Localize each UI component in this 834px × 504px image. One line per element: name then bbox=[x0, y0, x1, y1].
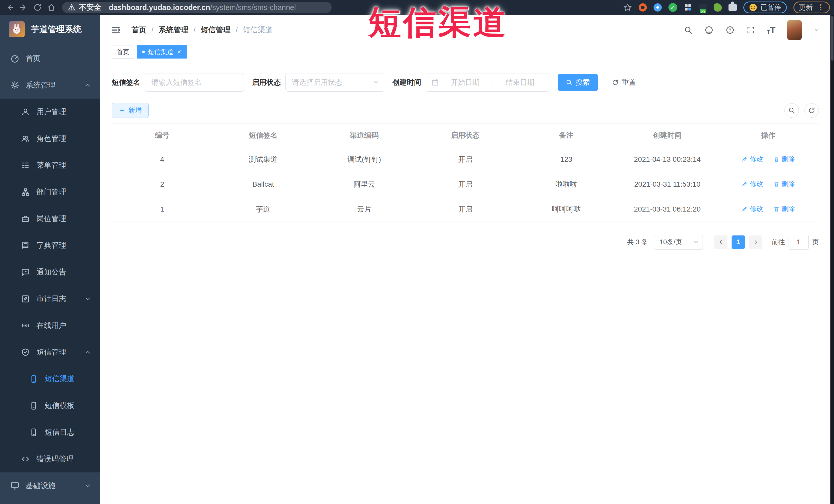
search-form: 短信签名 启用状态 请选择启用状态 创建时间 开始日期 - 结束日期 bbox=[112, 73, 819, 92]
browser-menu-dots-icon[interactable]: ⋮ bbox=[817, 4, 825, 11]
sidebar-menu: 首页 系统管理 用户管理 角色管理 菜单管理 部门管理 bbox=[0, 44, 100, 499]
update-pill-button[interactable]: 更新 ⋮ bbox=[793, 2, 830, 13]
edit-link[interactable]: 修改 bbox=[742, 179, 763, 189]
sidebar-item-users[interactable]: 用户管理 bbox=[0, 98, 100, 125]
sidebar-item-sms-template[interactable]: 短信模板 bbox=[0, 392, 100, 419]
page-size-select[interactable]: 10条/页 bbox=[654, 235, 703, 249]
scrollbar-thumb[interactable] bbox=[831, 16, 833, 61]
sidebar: 芋道管理系统 首页 系统管理 用户管理 角色管理 菜单管理 bbox=[0, 15, 100, 504]
goto-label: 前往 bbox=[772, 238, 785, 246]
hamburger-icon[interactable] bbox=[111, 25, 120, 35]
avatar-caret-down-icon[interactable] bbox=[813, 27, 820, 33]
user-group-icon bbox=[21, 134, 31, 143]
extension-onetab-icon[interactable] bbox=[699, 4, 707, 11]
sidebar-item-sms-log[interactable]: 短信日志 bbox=[0, 419, 100, 446]
font-size-icon[interactable]: TT bbox=[767, 26, 775, 35]
extension-pin-icon[interactable] bbox=[654, 3, 662, 12]
chevron-down-icon bbox=[84, 295, 91, 303]
extensions-puzzle-icon[interactable] bbox=[728, 4, 737, 11]
breadcrumb-current: 短信渠道 bbox=[243, 25, 272, 35]
github-icon[interactable] bbox=[704, 25, 714, 35]
bookmark-star-icon[interactable] bbox=[623, 3, 632, 12]
active-tab-dot bbox=[142, 50, 145, 53]
chevron-up-icon bbox=[84, 82, 91, 89]
page-url: dashboard.yudao.iocoder.cn/system/sms/sm… bbox=[109, 3, 296, 12]
edit-log-icon bbox=[21, 294, 31, 303]
help-icon[interactable]: ? bbox=[725, 25, 735, 35]
browser-back-icon[interactable] bbox=[4, 2, 16, 13]
edit-link[interactable]: 修改 bbox=[742, 155, 763, 163]
add-button[interactable]: 新增 bbox=[112, 103, 149, 118]
sidebar-item-system[interactable]: 系统管理 bbox=[0, 72, 100, 98]
gear-icon bbox=[10, 81, 20, 90]
status-label: 启用状态 bbox=[252, 78, 281, 87]
date-range-picker[interactable]: 开始日期 - 结束日期 bbox=[426, 73, 549, 92]
user-avatar[interactable] bbox=[787, 20, 802, 40]
edit-link[interactable]: 修改 bbox=[742, 204, 763, 213]
col-actions: 操作 bbox=[718, 124, 819, 147]
delete-link[interactable]: 删除 bbox=[773, 204, 795, 213]
monitor-icon bbox=[10, 481, 20, 490]
table-header-row: 编号 短信签名 渠道编码 启用状态 备注 创建时间 操作 bbox=[112, 124, 819, 147]
extension-orange-icon[interactable] bbox=[639, 3, 647, 12]
breadcrumb-home[interactable]: 首页 bbox=[131, 25, 146, 35]
breadcrumb-sms[interactable]: 短信管理 bbox=[201, 25, 231, 35]
sidebar-item-sms[interactable]: 短信管理 bbox=[0, 339, 100, 366]
sidebar-item-sms-channel[interactable]: 短信渠道 bbox=[0, 366, 100, 392]
toggle-search-button[interactable] bbox=[785, 103, 799, 117]
sidebar-item-home[interactable]: 首页 bbox=[0, 45, 100, 72]
sidebar-item-audit-logs[interactable]: 审计日志 bbox=[0, 285, 100, 312]
sidebar-item-menus[interactable]: 菜单管理 bbox=[0, 152, 100, 179]
delete-link[interactable]: 删除 bbox=[773, 155, 795, 163]
next-page-button[interactable] bbox=[749, 236, 762, 249]
app-logo[interactable]: 芋道管理系统 bbox=[0, 15, 100, 44]
extension-green-icon[interactable] bbox=[714, 3, 722, 12]
sign-input[interactable] bbox=[145, 73, 244, 92]
time-label: 创建时间 bbox=[393, 78, 421, 87]
browser-scrollbar[interactable] bbox=[830, 15, 834, 504]
sidebar-item-online-users[interactable]: 在线用户 bbox=[0, 312, 100, 339]
message-icon bbox=[21, 268, 31, 277]
app-title: 芋道管理系统 bbox=[31, 24, 82, 35]
tab-home[interactable]: 首页 bbox=[112, 45, 134, 59]
phone-icon bbox=[29, 428, 39, 437]
col-remark: 备注 bbox=[516, 124, 617, 147]
col-status: 启用状态 bbox=[415, 124, 516, 147]
reset-button[interactable]: 重置 bbox=[604, 74, 644, 91]
page-1-button[interactable]: 1 bbox=[731, 236, 745, 249]
paused-pill-button[interactable]: 已暂停 bbox=[743, 2, 787, 13]
status-select[interactable]: 请选择启用状态 bbox=[285, 73, 384, 92]
search-button[interactable]: 搜索 bbox=[558, 74, 598, 91]
header-search-icon[interactable] bbox=[684, 26, 693, 35]
delete-link[interactable]: 删除 bbox=[773, 179, 795, 189]
end-date-placeholder: 结束日期 bbox=[497, 78, 544, 87]
browser-forward-icon[interactable] bbox=[18, 2, 29, 13]
sidebar-item-posts[interactable]: 岗位管理 bbox=[0, 205, 100, 232]
browser-reload-icon[interactable] bbox=[32, 2, 43, 13]
tab-sms-channel[interactable]: 短信渠道 bbox=[137, 45, 186, 59]
close-tab-icon[interactable] bbox=[177, 49, 182, 54]
sidebar-item-notices[interactable]: 通知公告 bbox=[0, 259, 100, 285]
chevron-down-icon bbox=[84, 482, 91, 489]
browser-home-icon[interactable] bbox=[46, 2, 57, 13]
prev-page-button[interactable] bbox=[714, 236, 727, 249]
extension-check-icon[interactable]: ✓ bbox=[668, 3, 677, 12]
col-id: 编号 bbox=[112, 124, 213, 147]
sidebar-item-dictionary[interactable]: 字典管理 bbox=[0, 232, 100, 259]
address-bar[interactable]: 不安全 dashboard.yudao.iocoder.cn/system/sm… bbox=[62, 2, 332, 13]
sidebar-item-infrastructure[interactable]: 基础设施 bbox=[0, 473, 100, 499]
sidebar-item-departments[interactable]: 部门管理 bbox=[0, 179, 100, 205]
goto-page-input[interactable] bbox=[789, 235, 809, 249]
shield-icon bbox=[21, 348, 31, 357]
sidebar-item-roles[interactable]: 角色管理 bbox=[0, 125, 100, 152]
pagination-total: 共 3 条 bbox=[627, 238, 648, 246]
sms-channel-table: 编号 短信签名 渠道编码 启用状态 备注 创建时间 操作 4 测试渠道 bbox=[112, 124, 819, 222]
dashboard-icon bbox=[10, 54, 20, 63]
breadcrumb-system[interactable]: 系统管理 bbox=[159, 25, 189, 35]
smiley-icon bbox=[749, 3, 758, 12]
sidebar-item-error-codes[interactable]: 错误码管理 bbox=[0, 446, 100, 473]
extension-grid-icon[interactable] bbox=[684, 3, 692, 12]
refresh-table-button[interactable] bbox=[805, 103, 819, 117]
fullscreen-icon[interactable] bbox=[746, 26, 755, 35]
col-created: 创建时间 bbox=[617, 124, 718, 147]
